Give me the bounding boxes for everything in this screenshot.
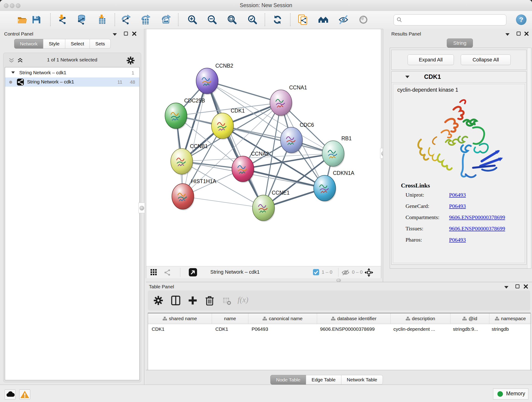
expand-all-button[interactable]: Expand All [408, 55, 454, 65]
zoom-out-icon[interactable] [207, 14, 217, 25]
table-cell[interactable]: P06493 [248, 324, 317, 334]
search-box[interactable] [394, 14, 506, 26]
float-panel-icon[interactable] [124, 32, 129, 36]
network-canvas[interactable]: CDK1CCNB2CCNA1CDC25BCDC6RB1CCNB1CCNA2CDK… [146, 29, 381, 266]
crosslink-link[interactable]: P06493 [449, 237, 466, 243]
apply-layout-refresh-icon[interactable] [272, 14, 283, 25]
panel-menu-icon[interactable] [505, 32, 511, 38]
add-column-icon[interactable] [188, 295, 198, 306]
grid-view-icon[interactable] [150, 269, 157, 276]
column-header-canonical-name[interactable]: canonical name [248, 313, 317, 324]
float-panel-icon[interactable] [515, 284, 521, 289]
close-panel-icon[interactable] [524, 284, 529, 289]
crosslink-label: Uniprot: [405, 192, 449, 198]
memory-button[interactable]: Memory [493, 389, 528, 400]
table-row[interactable]: CDK1CDK1P064939606.ENSP00000378699cyclin… [148, 324, 530, 334]
zoom-fit-icon[interactable] [227, 14, 237, 25]
horizontal-splitter-handle[interactable] [336, 279, 341, 282]
network-node-cdc6[interactable] [280, 127, 302, 153]
table-cell[interactable]: cyclin-dependent ... [390, 324, 449, 334]
network-node-cdkn1a[interactable] [314, 175, 336, 201]
network-node-ccna2[interactable] [232, 156, 254, 182]
crosslink-link[interactable]: 9606.ENSP00000378699 [449, 225, 505, 231]
network-tree: String Network – cdk1 1 String Network –… [5, 67, 139, 380]
tab-node-table[interactable]: Node Table [270, 375, 306, 385]
show-columns-icon[interactable] [171, 295, 181, 306]
column-header-database-identifier[interactable]: database identifier [317, 313, 391, 324]
zoom-selected-icon[interactable] [247, 14, 258, 25]
hidden-eye-slash-icon[interactable] [341, 269, 350, 275]
crosslink-link[interactable]: 9606.ENSP00000378699 [449, 214, 505, 220]
gear-icon[interactable] [126, 56, 135, 65]
table-cell[interactable]: stringdb [488, 324, 530, 334]
close-panel-icon[interactable] [132, 32, 138, 36]
column-header--id[interactable]: @id [450, 313, 489, 324]
node-label-cdc6: CDC6 [300, 122, 314, 128]
tab-network-table[interactable]: Network Table [341, 375, 383, 385]
column-header-namespace[interactable]: namespace [489, 313, 532, 324]
network-node-ccna1[interactable] [270, 90, 292, 115]
crosslink-row: Pharos:P06493 [405, 237, 520, 248]
delete-table-icon[interactable] [222, 295, 232, 306]
expander-icon[interactable] [11, 71, 15, 74]
table-cell[interactable]: 9606.ENSP00000378699 [317, 324, 390, 334]
single-view-icon[interactable] [164, 269, 171, 276]
vertical-scrollbar[interactable] [527, 48, 531, 268]
network-collection-row[interactable]: String Network – cdk1 1 [5, 68, 139, 77]
column-header-description[interactable]: description [391, 313, 450, 324]
fit-crosshair-icon[interactable] [364, 268, 374, 277]
crosslinks-list: Uniprot:P06493GeneCard:P06493Compartment… [405, 192, 520, 248]
tab-edge-table[interactable]: Edge Table [306, 375, 341, 385]
table-cell[interactable]: CDK1 [148, 324, 212, 334]
network-node-ccnb1[interactable] [171, 148, 193, 174]
column-header-name[interactable]: name [212, 313, 248, 324]
network-node-hist1h1a[interactable] [172, 184, 194, 209]
network-row-selected[interactable]: String Network – cdk1 11 48 [5, 77, 139, 87]
export-table-icon[interactable] [140, 14, 151, 25]
tab-sets[interactable]: Sets [89, 39, 111, 49]
network-node-ccnb2[interactable] [196, 68, 218, 94]
hide-selected-eye-slash-icon[interactable] [338, 14, 349, 25]
cloud-status-button[interactable] [5, 389, 16, 400]
import-network-from-database-icon[interactable] [76, 14, 87, 25]
tab-string[interactable]: String [447, 38, 473, 48]
expander-icon[interactable] [405, 76, 409, 78]
crosslink-link[interactable]: P06493 [449, 192, 466, 198]
gene-section-header[interactable]: CDK1 [392, 71, 526, 83]
panel-menu-icon[interactable] [504, 285, 510, 290]
delete-column-trash-icon[interactable] [205, 295, 215, 306]
import-network-from-file-icon[interactable] [57, 14, 67, 25]
network-node-ccne1[interactable] [253, 195, 274, 221]
export-image-icon[interactable] [161, 14, 171, 25]
tab-network[interactable]: Network [14, 39, 43, 49]
houses-icon[interactable] [318, 14, 329, 25]
table-cell[interactable]: stringdb:9... [449, 324, 488, 334]
zoom-in-icon[interactable] [187, 14, 198, 25]
table-cell[interactable]: CDK1 [212, 324, 248, 334]
warnings-button[interactable] [19, 389, 30, 400]
column-header-shared-name[interactable]: shared name [148, 313, 212, 324]
network-node-rb1[interactable] [322, 141, 344, 166]
export-network-icon[interactable] [120, 14, 131, 25]
crosslink-link[interactable]: P06493 [449, 203, 466, 209]
network-node-cdc25b[interactable] [165, 103, 187, 128]
open-session-icon[interactable] [17, 14, 27, 25]
new-network-from-selection-icon[interactable] [298, 14, 308, 25]
close-panel-icon[interactable] [524, 32, 530, 36]
node-label-cdc25b: CDC25B [184, 98, 205, 104]
annotation-arrow-icon[interactable] [189, 268, 197, 276]
collapse-all-button[interactable]: Collapse All [461, 55, 511, 65]
save-session-icon[interactable] [31, 14, 41, 25]
tab-style[interactable]: Style [43, 39, 65, 49]
left-splitter-handle[interactable] [138, 203, 145, 213]
selected-nodes-checkbox[interactable] [313, 269, 319, 275]
help-button[interactable]: ? [516, 14, 526, 25]
float-panel-icon[interactable] [516, 32, 522, 36]
search-input[interactable] [404, 16, 503, 24]
tab-select[interactable]: Select [65, 39, 90, 49]
import-table-from-file-icon[interactable] [97, 14, 108, 25]
panel-menu-icon[interactable] [113, 32, 118, 38]
table-settings-gear-icon[interactable] [153, 295, 163, 306]
show-all-sphere-icon[interactable] [358, 14, 369, 25]
network-node-cdk1[interactable] [211, 113, 234, 139]
